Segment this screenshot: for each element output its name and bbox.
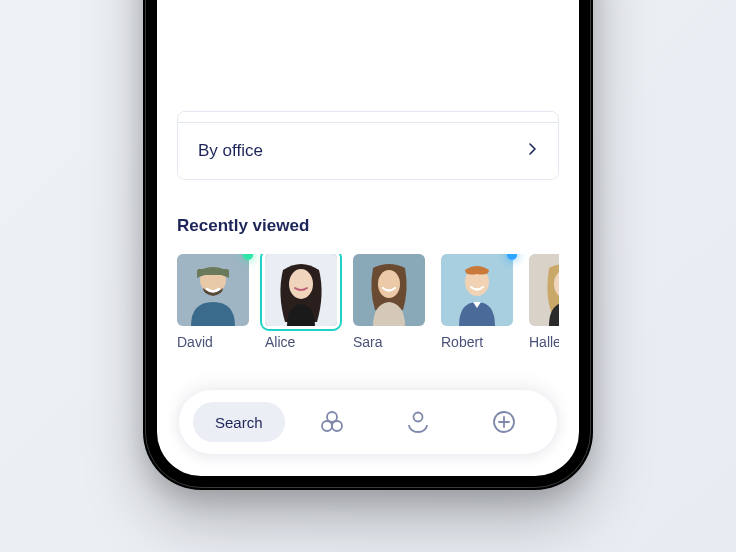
svg-point-12 (322, 421, 332, 431)
avatar (441, 254, 513, 326)
avatar (177, 254, 249, 326)
nav-search-button[interactable]: Search (193, 402, 285, 442)
avatar (529, 254, 559, 326)
svg-point-6 (378, 270, 400, 298)
filter-list: By office (177, 111, 559, 180)
svg-point-13 (332, 421, 342, 431)
person-card[interactable]: David (177, 254, 249, 350)
circles-icon (319, 409, 345, 435)
nav-add-button[interactable] (465, 402, 543, 442)
avatar (353, 254, 425, 326)
nav-profile-button[interactable] (379, 402, 457, 442)
recently-viewed-list[interactable]: David Alice (177, 254, 559, 350)
filter-row-hidden[interactable] (178, 112, 558, 122)
plus-circle-icon (491, 409, 517, 435)
person-card[interactable]: Alice (265, 254, 337, 350)
svg-point-14 (413, 413, 422, 422)
status-dot-away-icon (507, 254, 517, 260)
person-name: Sara (353, 334, 425, 350)
person-card[interactable]: Robert (441, 254, 513, 350)
person-card[interactable]: Halle (529, 254, 559, 350)
avatar-image (441, 254, 513, 326)
person-name: David (177, 334, 249, 350)
phone-frame: By office Recently viewed (143, 0, 593, 490)
svg-rect-2 (197, 269, 229, 275)
avatar (265, 254, 337, 326)
phone-screen: By office Recently viewed (157, 0, 579, 476)
avatar-image (177, 254, 249, 326)
person-name: Robert (441, 334, 513, 350)
person-name: Halle (529, 334, 559, 350)
avatar-image (353, 254, 425, 326)
bottom-nav-container: Search (157, 390, 579, 476)
nav-search-label: Search (215, 414, 263, 431)
svg-point-4 (289, 269, 313, 299)
filter-row-label: By office (198, 141, 263, 161)
person-card[interactable]: Sara (353, 254, 425, 350)
filter-row-by-office[interactable]: By office (178, 122, 558, 179)
chevron-right-icon (528, 142, 538, 160)
avatar-image (265, 254, 337, 326)
recently-viewed-heading: Recently viewed (177, 216, 559, 236)
bottom-nav: Search (179, 390, 557, 454)
status-dot-online-icon (243, 254, 253, 260)
avatar-image (529, 254, 559, 326)
nav-groups-button[interactable] (293, 402, 371, 442)
person-icon (405, 409, 431, 435)
person-name: Alice (265, 334, 337, 350)
